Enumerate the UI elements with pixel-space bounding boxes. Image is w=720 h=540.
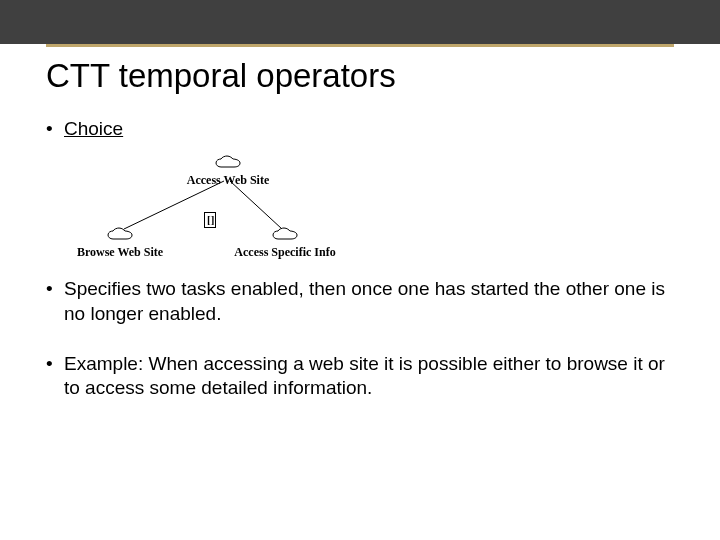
choice-operator: [] [204, 212, 216, 228]
tree-root-label: Access Web Site [187, 173, 269, 187]
slide-body: CTT temporal operators Choice Access Web… [0, 47, 720, 401]
title-band [0, 0, 720, 44]
cloud-task-icon [272, 227, 298, 243]
tree-root-node: Access Web Site [168, 155, 288, 188]
cloud-task-icon [215, 155, 241, 171]
spacer [46, 263, 674, 277]
slide-title: CTT temporal operators [46, 57, 674, 95]
tree-right-node: Access Specific Info [210, 227, 360, 260]
tree-left-label: Browse Web Site [77, 245, 163, 259]
svg-line-1 [230, 181, 282, 229]
spacer [46, 338, 674, 352]
bullet-spec: Specifies two tasks enabled, then once o… [46, 277, 674, 326]
spec-text: Specifies two tasks enabled, then once o… [64, 278, 665, 323]
cloud-task-icon [107, 227, 133, 243]
ctt-diagram: Access Web Site Browse Web Site Access S… [46, 153, 674, 253]
bullet-example: Example: When accessing a web site it is… [46, 352, 674, 401]
bullet-choice: Choice [46, 117, 674, 141]
example-text: Example: When accessing a web site it is… [64, 353, 665, 398]
tree-left-node: Browse Web Site [56, 227, 184, 260]
choice-label: Choice [64, 118, 123, 139]
bullet-list: Choice Access Web Site [46, 117, 674, 401]
tree-right-label: Access Specific Info [234, 245, 335, 259]
